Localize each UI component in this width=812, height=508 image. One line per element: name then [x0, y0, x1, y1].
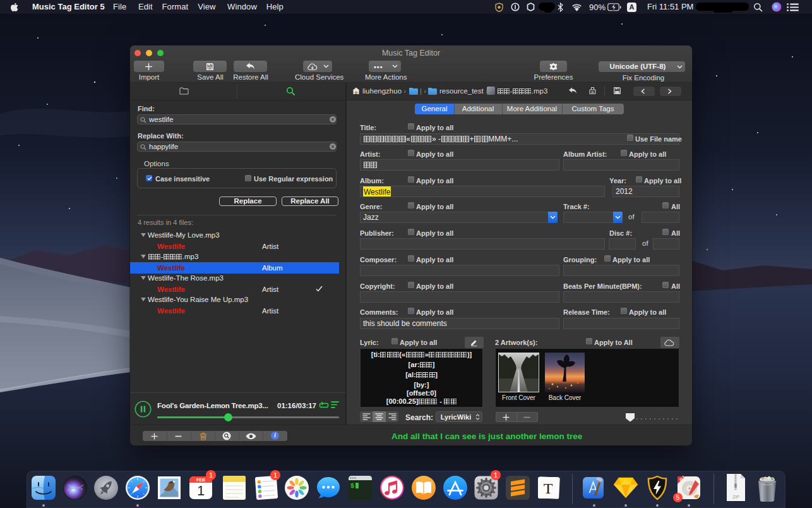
svg-text:ZIP: ZIP: [732, 495, 739, 499]
svg-text:1: 1: [197, 483, 205, 499]
svg-text:$: $: [350, 483, 354, 490]
svg-text:T: T: [544, 480, 553, 497]
svg-text:FEB: FEB: [196, 478, 205, 482]
